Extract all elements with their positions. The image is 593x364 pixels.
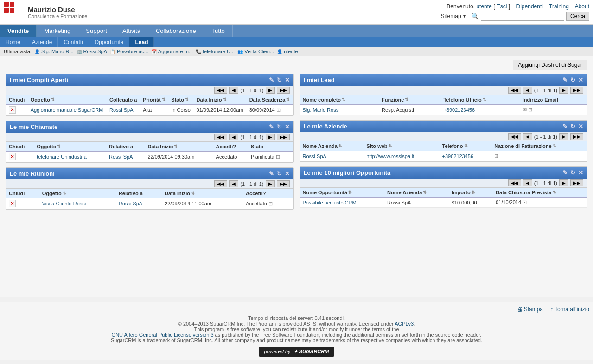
sort-data-inizio[interactable]: ⇅ <box>191 191 195 196</box>
nav-tab-tutto[interactable]: Tutto <box>204 25 233 37</box>
pg-last-btn[interactable]: ▶▶ <box>277 180 290 187</box>
nav-tab-collaborazione[interactable]: Collaborazione <box>148 25 204 37</box>
pg-last-btn[interactable]: ▶▶ <box>570 133 583 140</box>
breadcrumb-item-3[interactable]: 📋 Possibile ac... <box>110 49 148 54</box>
dipendenti-link[interactable]: Dipendenti <box>516 3 543 10</box>
search-input[interactable] <box>481 12 564 21</box>
breadcrumb-item-5[interactable]: 📞 telefonare U... <box>196 49 235 54</box>
oggetto-link[interactable]: telefonare Unindustria <box>37 154 87 160</box>
sort-stato[interactable]: ⇅ <box>185 97 189 102</box>
pg-next-btn[interactable]: ▶ <box>266 180 275 187</box>
pg-last-btn[interactable]: ▶▶ <box>570 179 583 186</box>
breadcrumb-item-2[interactable]: 🏢 Rossi SpA <box>77 49 107 54</box>
esci-link[interactable]: Esci <box>497 3 507 10</box>
sort-nome-azienda[interactable]: ⇅ <box>338 144 342 148</box>
dashlet-riunioni-edit-icon[interactable]: ✎ <box>269 170 274 177</box>
pg-prev-btn[interactable]: ◀ <box>523 133 532 140</box>
dashlet-aziende-refresh-icon[interactable]: ↻ <box>570 123 575 130</box>
pg-prev-btn[interactable]: ◀ <box>229 180 238 187</box>
nome-azienda-link[interactable]: Rossi SpA <box>303 153 326 159</box>
dashlet-lead-edit-icon[interactable]: ✎ <box>562 77 567 83</box>
oggetto-link[interactable]: Aggiornare manuale SugarCRM <box>31 107 103 113</box>
pg-next-btn[interactable]: ▶ <box>559 179 568 186</box>
dashlet-aziende-edit-icon[interactable]: ✎ <box>562 123 567 130</box>
nav-tab-marketing[interactable]: Marketing <box>37 25 78 37</box>
about-link[interactable]: About <box>575 3 589 10</box>
sub-tab-lead[interactable]: Lead <box>129 37 154 47</box>
pg-last-btn[interactable]: ▶▶ <box>277 87 290 94</box>
add-dashlet-button[interactable]: Aggiungi Dashlet di Sugar <box>513 60 587 70</box>
pg-prev-btn[interactable]: ◀ <box>523 179 532 186</box>
open-icon[interactable]: ⊡ <box>494 153 498 159</box>
oggetto-link[interactable]: Visita Cliente Rossi <box>42 201 86 206</box>
sort-priorita[interactable]: ⇅ <box>162 97 166 102</box>
dashlet-opportunita-refresh-icon[interactable]: ↻ <box>570 169 575 176</box>
email-icon[interactable]: ✉ <box>523 107 527 112</box>
dashlet-compiti-refresh-icon[interactable]: ↻ <box>277 77 282 83</box>
stampa-link[interactable]: 🖨 Stampa <box>517 306 543 313</box>
open-icon[interactable]: ⊡ <box>528 107 532 112</box>
dashlet-lead-refresh-icon[interactable]: ↻ <box>570 77 575 83</box>
nav-tab-vendite[interactable]: Vendite <box>0 25 37 37</box>
sort-oggetto[interactable]: ⇅ <box>57 144 61 149</box>
pg-first-btn[interactable]: ◀◀ <box>508 179 521 186</box>
sort-funzione[interactable]: ⇅ <box>405 97 408 102</box>
welcome-user-link[interactable]: utente <box>476 3 491 10</box>
sub-tab-home[interactable]: Home <box>0 37 26 47</box>
open-icon[interactable]: ⊡ <box>276 154 280 160</box>
relativo-link[interactable]: Rossi SpA <box>109 154 133 160</box>
sort-nome-azienda[interactable]: ⇅ <box>423 190 427 195</box>
pg-first-btn[interactable]: ◀◀ <box>214 134 227 140</box>
close-button[interactable]: × <box>9 106 16 114</box>
sort-data-inizio[interactable]: ⇅ <box>174 144 178 149</box>
nome-link[interactable]: Sig. Mario Rossi <box>303 107 340 113</box>
open-icon[interactable]: ⊡ <box>523 199 527 205</box>
search-button[interactable]: Cerca <box>566 12 589 21</box>
dashlet-chiamate-close-icon[interactable]: ✕ <box>285 123 290 130</box>
dashlet-riunioni-refresh-icon[interactable]: ↻ <box>277 170 282 177</box>
sub-tab-aziende[interactable]: Aziende <box>26 37 58 47</box>
sort-telefono[interactable]: ⇅ <box>483 97 486 102</box>
pg-next-btn[interactable]: ▶ <box>266 134 275 140</box>
pg-first-btn[interactable]: ◀◀ <box>508 87 521 94</box>
agpl-link[interactable]: AGPLv3 <box>395 321 414 326</box>
breadcrumb-item-7[interactable]: 👤 utente <box>277 49 298 54</box>
sort-data-scadenza[interactable]: ⇅ <box>286 97 290 102</box>
training-link[interactable]: Training <box>549 3 569 10</box>
dashlet-lead-close-icon[interactable]: ✕ <box>578 77 583 83</box>
open-icon[interactable]: ⊡ <box>268 201 273 206</box>
dashlet-opportunita-edit-icon[interactable]: ✎ <box>562 169 567 176</box>
dashlet-aziende-close-icon[interactable]: ✕ <box>578 123 583 130</box>
breadcrumb-item-6[interactable]: 👥 Visita Clien... <box>237 49 274 54</box>
pg-prev-btn[interactable]: ◀ <box>229 134 238 140</box>
sub-tab-contatti[interactable]: Contatti <box>58 37 89 47</box>
nav-tab-attivita[interactable]: Attività <box>115 25 148 37</box>
sitemap-link[interactable]: Sitemap <box>441 13 461 19</box>
pg-first-btn[interactable]: ◀◀ <box>214 87 227 94</box>
sort-nome[interactable]: ⇅ <box>342 97 345 102</box>
collegato-link[interactable]: Rossi SpA <box>109 107 133 113</box>
torna-inizio-link[interactable]: ↑ Torna all'inizio <box>550 306 589 313</box>
pg-next-btn[interactable]: ▶ <box>559 87 568 94</box>
sort-telefono[interactable]: ⇅ <box>464 144 468 148</box>
telefono-link[interactable]: +3902123456 <box>443 107 475 113</box>
pg-last-btn[interactable]: ▶▶ <box>277 134 290 140</box>
pg-first-btn[interactable]: ◀◀ <box>214 180 227 187</box>
sort-sito[interactable]: ⇅ <box>389 144 392 148</box>
open-icon[interactable]: ⊡ <box>276 107 281 113</box>
dashlet-opportunita-close-icon[interactable]: ✕ <box>578 169 583 176</box>
dashlet-compiti-edit-icon[interactable]: ✎ <box>269 77 274 83</box>
sort-oggetto[interactable]: ⇅ <box>63 191 66 196</box>
sort-data-chiusura[interactable]: ⇅ <box>553 190 556 195</box>
sort-oggetto[interactable]: ⇅ <box>51 97 55 102</box>
breadcrumb-item-4[interactable]: 📅 Aggiornare m... <box>151 49 193 54</box>
sort-nome-opp[interactable]: ⇅ <box>348 190 352 195</box>
dashlet-chiamate-refresh-icon[interactable]: ↻ <box>277 123 282 130</box>
close-button[interactable]: × <box>9 153 16 160</box>
gpl-link[interactable]: GNU Affero General Public License versio… <box>112 332 214 338</box>
pg-last-btn[interactable]: ▶▶ <box>570 87 583 94</box>
relativo-link[interactable]: Rossi SpA <box>119 201 142 206</box>
pg-next-btn[interactable]: ▶ <box>266 87 275 94</box>
sort-data-inizio[interactable]: ⇅ <box>223 97 227 102</box>
pg-first-btn[interactable]: ◀◀ <box>508 133 521 140</box>
